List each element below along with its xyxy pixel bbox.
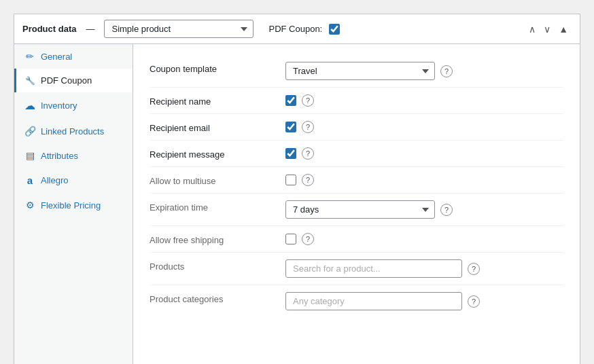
recipient-email-row: Recipient email ?: [150, 114, 563, 141]
products-label: Products: [150, 259, 285, 272]
products-control: ?: [285, 259, 563, 278]
sidebar-item-linked-products-label: Linked Products: [41, 126, 104, 136]
recipient-name-label: Recipient name: [150, 94, 285, 107]
recipient-name-row: Recipient name ?: [150, 88, 563, 114]
allow-multiuse-checkbox[interactable]: [285, 175, 296, 185]
allow-multiuse-control: ?: [285, 174, 563, 186]
allow-free-shipping-row: Allow free shipping ?: [150, 226, 563, 253]
recipient-message-help-icon: ?: [302, 147, 314, 160]
panel-dash: —: [86, 24, 94, 34]
sidebar: ✏ General 🔧 PDF Coupon ☁ Inventory 🔗 Lin…: [14, 44, 133, 364]
coupon-template-label: Coupon template: [150, 62, 285, 74]
product-categories-label: Product categories: [150, 292, 285, 304]
allow-multiuse-label: Allow to multiuse: [150, 174, 285, 186]
allow-free-shipping-checkbox[interactable]: [285, 234, 296, 244]
allow-multiuse-help-icon: ?: [302, 174, 314, 186]
collapse-button[interactable]: ▲: [555, 22, 572, 37]
expiration-time-label: Expiration time: [150, 200, 285, 213]
expiration-time-control: 7 days 14 days 30 days 60 days 90 days N…: [285, 200, 563, 219]
allow-free-shipping-help-icon: ?: [302, 233, 314, 245]
product-categories-help-icon: ?: [468, 295, 480, 308]
product-categories-row: Product categories ?: [150, 285, 563, 317]
products-search-input[interactable]: [285, 259, 462, 278]
panel-header: Product data — Simple product Variable p…: [14, 14, 580, 44]
expiration-time-help-icon: ?: [440, 204, 453, 216]
allow-multiuse-row: Allow to multiuse ?: [150, 167, 563, 194]
panel-body: ✏ General 🔧 PDF Coupon ☁ Inventory 🔗 Lin…: [14, 44, 580, 364]
expiration-time-select-wrap: 7 days 14 days 30 days 60 days 90 days N…: [285, 200, 435, 219]
recipient-message-row: Recipient message ?: [150, 141, 563, 167]
allow-free-shipping-label: Allow free shipping: [150, 233, 285, 245]
sidebar-item-inventory-label: Inventory: [41, 101, 77, 111]
scroll-up-button[interactable]: ∧: [525, 22, 539, 37]
scroll-down-button[interactable]: ∨: [540, 22, 554, 37]
expiration-time-select[interactable]: 7 days 14 days 30 days 60 days 90 days N…: [285, 200, 435, 219]
sidebar-item-linked-products[interactable]: 🔗 Linked Products: [14, 119, 133, 143]
coupon-template-help-icon: ?: [440, 65, 453, 77]
sidebar-item-general[interactable]: ✏ General: [14, 44, 133, 69]
linked-products-icon: 🔗: [24, 126, 35, 136]
attributes-icon: ▤: [24, 150, 35, 161]
sidebar-item-pdf-coupon[interactable]: 🔧 PDF Coupon: [14, 69, 133, 92]
recipient-name-help-icon: ?: [302, 94, 314, 107]
recipient-email-checkbox[interactable]: [285, 122, 296, 132]
flexible-pricing-icon: ⚙: [24, 200, 35, 211]
pdf-coupon-icon: 🔧: [24, 76, 35, 86]
product-categories-input[interactable]: [285, 292, 462, 310]
coupon-template-select[interactable]: Travel Birthday Holiday Summer: [285, 62, 435, 80]
sidebar-item-allegro-label: Allegro: [41, 175, 68, 185]
recipient-email-help-icon: ?: [302, 121, 314, 133]
recipient-message-checkbox[interactable]: [285, 148, 296, 159]
general-icon: ✏: [24, 51, 35, 62]
product-data-panel: Product data — Simple product Variable p…: [14, 14, 580, 364]
sidebar-item-allegro[interactable]: a Allegro: [14, 168, 133, 193]
sidebar-item-pdf-coupon-label: PDF Coupon: [41, 75, 92, 86]
products-row: Products ?: [150, 253, 563, 285]
recipient-email-control: ?: [285, 121, 563, 133]
coupon-template-row: Coupon template Travel Birthday Holiday …: [150, 55, 563, 88]
product-type-select[interactable]: Simple product Variable product Grouped …: [104, 20, 254, 38]
allegro-icon: a: [24, 175, 35, 186]
sidebar-item-flexible-pricing[interactable]: ⚙ Flexible Pricing: [14, 193, 133, 217]
products-help-icon: ?: [468, 263, 480, 275]
header-controls: ∧ ∨ ▲: [525, 22, 572, 37]
form-content: Coupon template Travel Birthday Holiday …: [133, 44, 580, 364]
sidebar-item-attributes-label: Attributes: [41, 151, 78, 161]
recipient-message-label: Recipient message: [150, 147, 285, 160]
coupon-template-control: Travel Birthday Holiday Summer ?: [285, 62, 563, 80]
pdf-coupon-label: PDF Coupon:: [268, 24, 322, 34]
recipient-message-control: ?: [285, 147, 563, 160]
allow-free-shipping-control: ?: [285, 233, 563, 245]
coupon-template-select-wrap: Travel Birthday Holiday Summer: [285, 62, 435, 80]
product-categories-control: ?: [285, 292, 563, 310]
sidebar-item-flexible-pricing-label: Flexible Pricing: [41, 200, 101, 211]
panel-title: Product data: [22, 24, 76, 34]
inventory-icon: ☁: [24, 99, 35, 112]
recipient-name-checkbox[interactable]: [285, 95, 296, 106]
pdf-coupon-checkbox[interactable]: [329, 24, 340, 35]
sidebar-item-general-label: General: [41, 52, 72, 62]
product-type-wrapper: Simple product Variable product Grouped …: [104, 20, 254, 38]
sidebar-item-inventory[interactable]: ☁ Inventory: [14, 92, 133, 119]
recipient-email-label: Recipient email: [150, 121, 285, 133]
sidebar-item-attributes[interactable]: ▤ Attributes: [14, 143, 133, 168]
expiration-time-row: Expiration time 7 days 14 days 30 days 6…: [150, 194, 563, 226]
recipient-name-control: ?: [285, 94, 563, 107]
